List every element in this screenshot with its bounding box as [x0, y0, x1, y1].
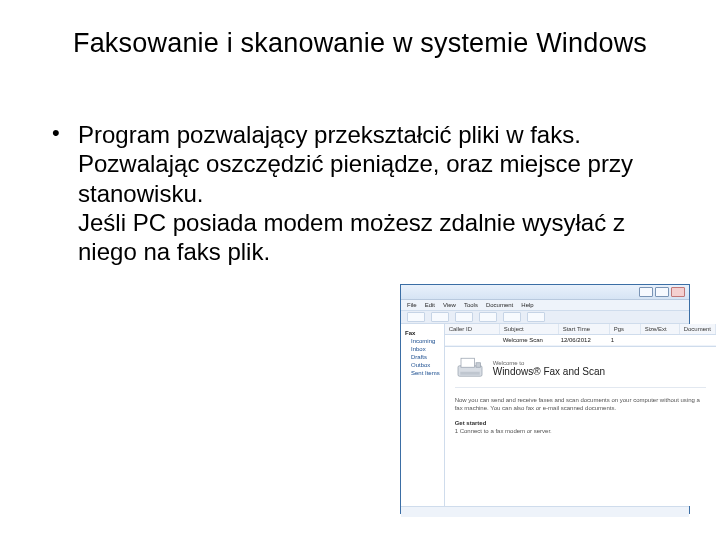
cell-callerid: [445, 335, 499, 345]
menu-tools[interactable]: Tools: [464, 302, 478, 308]
toolbar-button[interactable]: [407, 312, 425, 322]
minimize-button[interactable]: [639, 287, 653, 297]
tree-node-incoming[interactable]: Incoming: [411, 338, 440, 344]
cell-pgs: 1: [607, 335, 637, 345]
cell-size: [637, 335, 675, 345]
menu-view[interactable]: View: [443, 302, 456, 308]
bullet-line-1: Program pozwalający przekształcić pliki …: [78, 121, 581, 148]
tree-node-sent[interactable]: Sent Items: [411, 370, 440, 376]
preview-brand-big: Windows® Fax and Scan: [493, 366, 605, 377]
toolbar-button[interactable]: [527, 312, 545, 322]
tree-node-outbox[interactable]: Outbox: [411, 362, 440, 368]
menu-bar: File Edit View Tools Document Help: [401, 300, 689, 311]
close-button[interactable]: [671, 287, 685, 297]
bullet-line-3: Jeśli PC posiada modem możesz zdalnie wy…: [78, 209, 625, 265]
fax-machine-icon: [455, 355, 485, 381]
bullet-list: Program pozwalający przekształcić pliki …: [50, 120, 670, 266]
svg-rect-1: [461, 358, 475, 367]
cell-document: [675, 335, 716, 345]
slide: Faksowanie i skanowanie w systemie Windo…: [0, 0, 720, 540]
preview-text: Now you can send and receive faxes and s…: [455, 396, 706, 413]
svg-rect-2: [460, 372, 480, 375]
col-callerid[interactable]: Caller ID: [445, 324, 500, 334]
status-bar: [401, 506, 689, 517]
divider: [455, 387, 706, 388]
window-controls: [639, 287, 685, 297]
slide-title: Faksowanie i skanowanie w systemie Windo…: [0, 28, 720, 59]
preview-step-1: 1 Connect to a fax modem or server.: [455, 427, 706, 435]
slide-body: Program pozwalający przekształcić pliki …: [50, 120, 670, 266]
tree-root-fax[interactable]: Fax: [405, 330, 440, 336]
cell-subject: Welcome Scan: [499, 335, 557, 345]
maximize-button[interactable]: [655, 287, 669, 297]
preview-steps-head: Get started: [455, 419, 706, 427]
svg-rect-3: [476, 363, 481, 368]
col-subject[interactable]: Subject: [500, 324, 559, 334]
bullet-line-2: Pozwalając oszczędzić pieniądze, oraz mi…: [78, 150, 633, 206]
tree-node-inbox[interactable]: Inbox: [411, 346, 440, 352]
tree-node-drafts[interactable]: Drafts: [411, 354, 440, 360]
window-content: Fax Incoming Inbox Drafts Outbox Sent It…: [401, 324, 689, 506]
menu-edit[interactable]: Edit: [425, 302, 435, 308]
nav-tree: Fax Incoming Inbox Drafts Outbox Sent It…: [401, 324, 445, 506]
toolbar: [401, 311, 689, 324]
toolbar-button[interactable]: [431, 312, 449, 322]
menu-document[interactable]: Document: [486, 302, 513, 308]
list-row[interactable]: Welcome Scan 12/06/2012 1: [445, 335, 716, 346]
toolbar-button[interactable]: [503, 312, 521, 322]
col-pgs[interactable]: Pgs: [610, 324, 641, 334]
window-titlebar: [401, 285, 689, 300]
col-document[interactable]: Document: [680, 324, 716, 334]
menu-help[interactable]: Help: [521, 302, 533, 308]
list-header: Caller ID Subject Start Time Pgs Size/Ex…: [445, 324, 716, 335]
preview-header: Welcome to Windows® Fax and Scan: [455, 355, 706, 381]
faxscan-window: File Edit View Tools Document Help Fax I…: [400, 284, 690, 514]
toolbar-button[interactable]: [455, 312, 473, 322]
bullet-item: Program pozwalający przekształcić pliki …: [50, 120, 670, 266]
col-start[interactable]: Start Time: [559, 324, 610, 334]
main-pane: Caller ID Subject Start Time Pgs Size/Ex…: [445, 324, 716, 506]
preview-title: Welcome to Windows® Fax and Scan: [493, 360, 605, 377]
col-size[interactable]: Size/Ext: [641, 324, 680, 334]
toolbar-button[interactable]: [479, 312, 497, 322]
preview-pane: Welcome to Windows® Fax and Scan Now you…: [445, 346, 716, 506]
menu-file[interactable]: File: [407, 302, 417, 308]
cell-start: 12/06/2012: [557, 335, 607, 345]
preview-body: Now you can send and receive faxes and s…: [455, 396, 706, 436]
